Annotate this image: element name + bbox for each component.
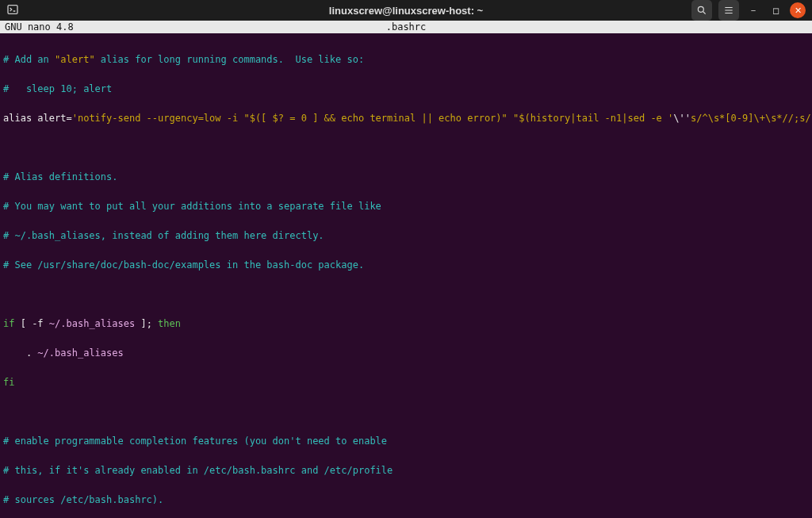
nano-version: GNU nano 4.8 xyxy=(5,22,163,32)
code-line: alias alert='notify-send --urgency=low -… xyxy=(3,113,809,124)
code-line: # this, if it's already enabled in /etc/… xyxy=(3,466,809,476)
code-line: # sources /etc/bash.bashrc). xyxy=(3,495,809,505)
code-line: # enable programmable completion feature… xyxy=(3,436,809,447)
code-line: fi xyxy=(3,378,809,388)
nano-header: GNU nano 4.8 .bashrc xyxy=(0,21,812,34)
code-line xyxy=(3,143,809,153)
code-line: # sleep 10; alert xyxy=(3,84,809,94)
nano-filename: .bashrc xyxy=(163,22,649,32)
window-title: linuxscrew@linuxscrew-host: ~ xyxy=(273,5,539,17)
gnome-top-bar: linuxscrew@linuxscrew-host: ~ − ◻ ✕ xyxy=(0,0,812,21)
code-line: # See /usr/share/doc/bash-doc/examples i… xyxy=(3,260,809,271)
code-line: # ~/.bash_aliases, instead of adding the… xyxy=(3,231,809,241)
code-line: # Alias definitions. xyxy=(3,172,809,182)
close-button[interactable]: ✕ xyxy=(790,2,806,18)
code-line: # You may want to put all your additions… xyxy=(3,201,809,212)
menu-button[interactable] xyxy=(718,0,739,21)
code-line: if [ -f ~/.bash_aliases ]; then xyxy=(3,319,809,329)
svg-rect-0 xyxy=(8,5,17,13)
editor-area[interactable]: # Add an "alert" alias for long running … xyxy=(0,34,812,518)
terminal[interactable]: GNU nano 4.8 .bashrc # Add an "alert" al… xyxy=(0,21,812,518)
code-line: # Add an "alert" alias for long running … xyxy=(3,55,809,65)
terminal-icon xyxy=(6,3,19,18)
code-line xyxy=(3,290,809,300)
search-button[interactable] xyxy=(691,0,712,21)
code-line xyxy=(3,407,809,417)
minimize-button[interactable]: − xyxy=(745,2,761,18)
maximize-button[interactable]: ◻ xyxy=(768,2,783,18)
code-line: . ~/.bash_aliases xyxy=(3,348,809,359)
svg-point-1 xyxy=(698,6,703,12)
